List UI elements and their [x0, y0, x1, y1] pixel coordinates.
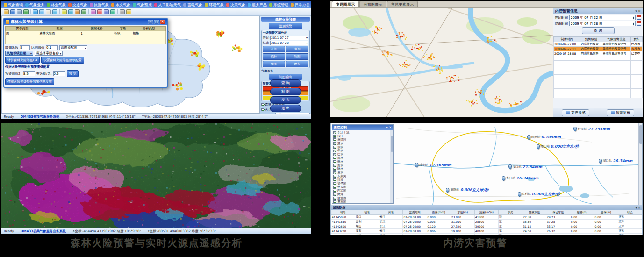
zoom-out-icon[interactable] [39, 9, 44, 14]
panel-button-发布[interactable]: 发布 [286, 61, 308, 67]
full-extent-icon[interactable] [52, 9, 57, 14]
start-date-picker[interactable]: 2009 年 07 月 22 日 ▲▼ [569, 15, 636, 20]
zoom-in-icon[interactable] [33, 9, 38, 14]
measure-icon[interactable] [75, 9, 80, 14]
checkbox-checked-icon[interactable] [333, 200, 336, 203]
warning-row[interactable]: 2009-07-27 11内涝橙色预警暴雨橙色预警信号未发布 [554, 47, 643, 51]
save-icon[interactable] [10, 9, 15, 14]
spinner-icon[interactable]: ▲▼ [633, 22, 634, 25]
help-icon[interactable] [126, 9, 131, 14]
factor-grid[interactable]: 因子类型图层图层名称字段分析类型 面森林火险图1等级栅格 [5, 26, 166, 44]
calc-grade-button[interactable]: 计算森林火险等级G4 [5, 57, 40, 64]
station-marker-鄱阳站[interactable]: 鄱阳站0.006立方米/秒 [446, 187, 488, 193]
chart-icon[interactable] [97, 9, 102, 14]
settings-icon[interactable] [120, 9, 125, 14]
station-marker-咸宁站[interactable]: 咸宁站12.365mm [415, 163, 451, 167]
station-marker-计量站[interactable]: 计量站27.795mm [573, 127, 610, 131]
start-date-select[interactable]: 2011-07-27▾ [270, 36, 308, 40]
scrollbar-thumb[interactable] [639, 125, 642, 144]
valid-input[interactable] [53, 71, 65, 76]
data-row[interactable]: 41344700九江长江07-28 08:000.00017.65042300涨… [331, 234, 642, 236]
end-date-picker[interactable]: 2009 年 07 月 28 日 ▲▼ [569, 21, 636, 26]
close-icon[interactable]: ✕ [389, 126, 392, 129]
remote-sensing-image[interactable] [1, 123, 311, 228]
panel-button-查询[interactable]: 查询 [286, 46, 308, 52]
menu-item-1[interactable]: 气象业务 [24, 2, 45, 7]
pan-icon[interactable] [46, 9, 51, 14]
config-select[interactable]: 请选择配置▾ [59, 45, 87, 50]
ratio-input[interactable] [46, 45, 58, 50]
menu-item-9[interactable]: 环境气象 [204, 2, 225, 7]
layer-panel-title-bar[interactable]: 图层控制 ▾ ✕ [332, 125, 393, 130]
action-button-发 布[interactable]: 发 布 [270, 96, 301, 104]
menu-item-11[interactable]: 服务产品 [247, 2, 268, 7]
flood-map-canvas[interactable] [330, 8, 553, 117]
menu-item-7[interactable]: 人工影响天气 [153, 2, 182, 7]
layers-icon[interactable] [81, 9, 86, 14]
menu-item-6[interactable]: 气象预报 [132, 2, 153, 7]
export-icon[interactable] [23, 9, 29, 14]
preview-button[interactable]: 预 览 [67, 70, 79, 77]
identify-icon[interactable] [68, 9, 73, 14]
panel-button-制图[interactable]: 制图 [286, 53, 308, 60]
checkbox-checked-icon[interactable] [333, 171, 336, 174]
panel-button-预览[interactable]: 预览 [263, 61, 285, 67]
query-button[interactable]: 查 询 [582, 27, 615, 34]
action-button-制 图[interactable]: 制 图 [270, 88, 301, 95]
checkbox-checked-icon[interactable] [333, 190, 336, 193]
checkbox-checked-icon[interactable] [333, 160, 336, 163]
close-button[interactable]: ✕ [160, 20, 165, 24]
checkbox-checked-icon[interactable] [333, 131, 336, 134]
checkbox-checked-icon[interactable] [333, 164, 336, 167]
threshold-input[interactable] [23, 71, 35, 76]
panel-button-计算[interactable]: 计算 [263, 46, 285, 52]
bottom-button-文件预览[interactable]: 文件预览 [562, 109, 589, 116]
style-config-button[interactable]: 设置森林火险等级显示配置 [41, 57, 84, 64]
checkbox-checked-icon[interactable] [333, 135, 336, 138]
legend-icon[interactable] [91, 9, 96, 14]
action-button-退 出[interactable]: 退 出 [270, 105, 301, 112]
menu-item-4[interactable]: 旅游气象 [89, 2, 110, 7]
tab-1[interactable]: 分布图展示 [359, 1, 386, 7]
field-select[interactable]: 请选择字段名称▾ [35, 51, 63, 56]
data-row[interactable]: 41341850监利长江07-28 08:000.00331.01028600涨… [331, 220, 642, 224]
checkbox-checked-icon[interactable] [333, 178, 336, 181]
warning-row[interactable]: 2009-07-27 08内涝蓝色预警暴雨蓝色预警信号已发布 [554, 42, 643, 47]
checkbox-checked-icon[interactable] [333, 168, 336, 171]
station-marker-螺山站[interactable]: 螺山站0.000立方米/秒 [537, 144, 579, 149]
station-marker-九江站[interactable]: 九江站16.346mm [502, 176, 538, 181]
open-map-icon[interactable] [4, 9, 9, 14]
checkbox-checked-icon[interactable] [333, 153, 336, 156]
collapse-icon[interactable]: ▾ [635, 9, 637, 13]
layer-panel-scrollbar[interactable] [390, 130, 393, 203]
calendar-icon[interactable] [637, 15, 641, 20]
data-row[interactable]: 41342500螺山长江07-28 08:000.12027.34039200涨… [331, 224, 642, 229]
menu-item-10[interactable]: 决策气象 [225, 2, 246, 7]
table-icon[interactable] [104, 9, 109, 14]
flood-map-area[interactable] [330, 8, 553, 117]
collapse-icon[interactable]: ▾ [636, 206, 637, 209]
bottom-button-预警发布[interactable]: 预警发布 [607, 109, 634, 116]
action-button-查 询[interactable]: 查 询 [270, 79, 301, 87]
checkbox-checked-icon[interactable] [333, 142, 336, 145]
checkbox-checked-icon[interactable] [333, 182, 336, 185]
monitor-map-area[interactable]: 计量站27.795mm观测站0.109mm螺山站0.000立方米/秒咸宁站12.… [331, 123, 642, 206]
checkbox-checked-icon[interactable] [333, 186, 336, 189]
checkbox-checked-icon[interactable] [333, 150, 336, 152]
menu-item-3[interactable]: 交通气象 [67, 2, 88, 7]
refresh-icon[interactable] [110, 9, 115, 14]
checkbox-checked-icon[interactable] [333, 138, 336, 141]
panel-button-统计[interactable]: 统计 [263, 53, 285, 60]
dialog-title-bar[interactable]: 森林火险等级计算 – □ ✕ [4, 19, 167, 25]
warning-list-table[interactable]: 制作时间预警级别气象预警信息发布 2009-07-27 08内涝蓝色预警暴雨蓝色… [553, 36, 643, 98]
scrollbar-thumb[interactable] [391, 136, 393, 152]
calendar-icon[interactable] [637, 21, 641, 26]
warning-row[interactable]: 2009-07-28 08内涝黄色预警暴雨黄色预警信号已发布 [554, 51, 643, 56]
collapse-icon[interactable]: ▾ [386, 126, 388, 129]
checkbox-checked-icon[interactable] [333, 157, 336, 159]
station-marker-观测站[interactable]: 观测站0.109mm [527, 135, 561, 140]
coef-input[interactable] [20, 45, 30, 50]
station-marker-湖口站[interactable]: 湖口站26.34mm [599, 159, 632, 164]
checkbox-checked-icon[interactable] [333, 197, 336, 200]
select-icon[interactable] [62, 9, 67, 14]
